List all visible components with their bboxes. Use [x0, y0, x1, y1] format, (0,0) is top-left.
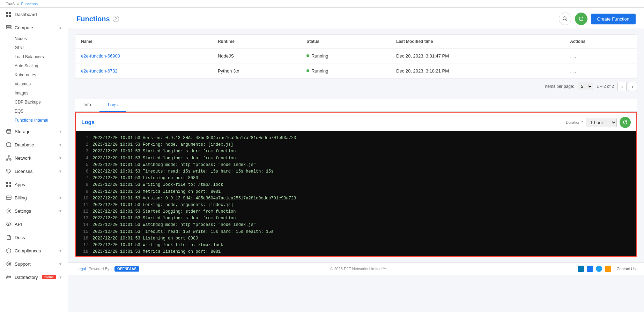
sidebar-item-settings[interactable]: Settings ▼ — [0, 204, 68, 218]
contact-link[interactable]: Contact Us — [617, 267, 636, 271]
log-line: 172023/12/20 10:01:53 Writing lock-file … — [80, 242, 632, 249]
sidebar-item-auto-scaling[interactable]: Auto Scaling — [0, 61, 68, 70]
cell-last-modified: Dec 20, 2023, 3:18:21 PM — [391, 63, 564, 78]
sidebar-item-billing[interactable]: Billing ▼ — [0, 191, 68, 204]
database-icon — [6, 142, 12, 148]
svg-point-13 — [8, 170, 8, 171]
chevron-down-icon-datafactory: ▼ — [59, 275, 62, 279]
create-function-button[interactable]: Create Function — [591, 14, 636, 24]
sidebar-item-api[interactable]: API — [0, 218, 68, 231]
logs-title: Logs — [81, 119, 95, 125]
sidebar-item-load-balancers[interactable]: Load Balancers — [0, 52, 68, 61]
sidebar-item-volumes[interactable]: Volumes — [0, 79, 68, 89]
sidebar-item-docs[interactable]: Docs — [0, 231, 68, 244]
legal-link[interactable]: Legal — [76, 267, 86, 271]
log-line-number: 3 — [80, 148, 88, 155]
sidebar-item-eqs[interactable]: EQS — [0, 107, 68, 116]
breadcrumb-current[interactable]: Functions — [21, 2, 38, 6]
help-icon[interactable]: ? — [113, 16, 119, 22]
log-line-number: 14 — [80, 222, 88, 228]
function-name-link[interactable]: e2e-function-6732 — [81, 68, 118, 74]
search-button[interactable] — [559, 13, 571, 25]
sidebar-item-compliances[interactable]: Compliances ▼ — [0, 244, 68, 257]
log-line-number: 8 — [80, 182, 88, 188]
footer-social-icons — [578, 266, 611, 272]
log-line-number: 16 — [80, 235, 88, 242]
sidebar-item-cdp-backups[interactable]: CDP Backups — [0, 98, 68, 107]
sidebar-item-kubernetes[interactable]: Kubernetes — [0, 70, 68, 79]
sidebar-item-dashboard[interactable]: Dashboard — [0, 8, 68, 21]
log-line-text: 2023/12/20 10:01:53 Listening on port 80… — [92, 235, 198, 242]
logs-section: Logs Duration * 1 hour3 hours6 hours12 h… — [75, 112, 637, 257]
sidebar-item-licenses[interactable]: Licenses ▼ — [0, 165, 68, 178]
storage-icon — [6, 128, 12, 135]
gear-icon — [6, 208, 12, 214]
svg-rect-18 — [6, 196, 11, 199]
log-line: 92023/12/20 10:01:53 Metrics listening o… — [80, 189, 632, 195]
sidebar-label-datafactory: Datafactory — [15, 275, 38, 280]
functions-badge: Internal — [34, 118, 48, 123]
rss-icon[interactable] — [605, 266, 611, 272]
svg-point-24 — [8, 263, 10, 265]
svg-rect-1 — [9, 12, 11, 14]
breadcrumb-parent: FaaS — [6, 2, 15, 6]
tab-info[interactable]: Info — [75, 99, 99, 112]
sidebar-item-storage[interactable]: Storage ▼ — [0, 125, 68, 138]
pagination-buttons: ‹ › — [617, 82, 637, 91]
refresh-button[interactable] — [575, 13, 587, 25]
log-line: 152023/12/20 10:01:53 Timeouts: read: 15… — [80, 229, 632, 235]
log-line-text: 2023/12/20 10:01:53 Started logging: std… — [92, 155, 238, 162]
sidebar-item-functions[interactable]: Functions Internal — [0, 116, 68, 125]
table-row: e2e-function-66900 NodeJS Running Dec 20… — [75, 48, 637, 63]
log-line: 132023/12/20 10:01:53 Started logging: s… — [80, 215, 632, 222]
sidebar-item-images[interactable]: Images — [0, 89, 68, 98]
tab-logs[interactable]: Logs — [99, 99, 126, 112]
sidebar-label-network: Network — [15, 155, 56, 161]
svg-point-9 — [7, 143, 11, 144]
items-per-page-select[interactable]: 5102550 — [578, 83, 593, 90]
sidebar-label-compute: Compute — [15, 25, 56, 30]
sidebar-item-apps[interactable]: Apps — [0, 178, 68, 191]
log-line-number: 10 — [80, 195, 88, 202]
sidebar-label-support: Support — [15, 261, 56, 267]
sidebar-item-gpu[interactable]: GPU — [0, 43, 68, 52]
col-last-modified: Last Modified time — [391, 35, 564, 48]
duration-select[interactable]: 1 hour3 hours6 hours12 hours24 hours — [586, 118, 617, 127]
shield-icon — [6, 248, 12, 254]
facebook-icon[interactable] — [587, 266, 593, 272]
footer-copyright: © 2023 E2E Networks Limited ™ — [330, 267, 386, 271]
cell-runtime: NodeJS — [212, 48, 301, 63]
sidebar-label-storage: Storage — [15, 129, 56, 134]
sidebar-item-database[interactable]: Database ▼ — [0, 138, 68, 151]
network-icon — [6, 155, 12, 161]
logs-refresh-button[interactable] — [620, 117, 631, 128]
sidebar-item-nodes[interactable]: Nodes — [0, 34, 68, 43]
linkedin-icon[interactable] — [578, 266, 584, 272]
sidebar-item-datafactory[interactable]: Datafactory Internal ▼ — [0, 271, 68, 284]
sidebar-item-support[interactable]: Support ▼ — [0, 257, 68, 271]
chevron-down-icon-compliances: ▼ — [59, 249, 62, 253]
log-line-number: 17 — [80, 242, 88, 249]
sidebar-item-network[interactable]: Network ▼ — [0, 151, 68, 165]
log-line-number: 1 — [80, 135, 88, 142]
functions-table-container: Name Runtime Status Last Modified time A… — [75, 35, 637, 78]
next-page-button[interactable]: › — [628, 82, 637, 91]
cell-actions: ... — [564, 63, 637, 78]
log-line-text: 2023/12/20 10:01:53 Watchdog mode: http … — [92, 222, 256, 228]
sidebar-label-api: API — [15, 222, 62, 227]
prev-page-button[interactable]: ‹ — [617, 82, 627, 91]
doc-icon — [6, 234, 12, 241]
log-line-text: node18 listening on port: 3000 — [92, 255, 168, 256]
actions-menu-button[interactable]: ... — [570, 68, 577, 74]
twitter-icon[interactable] — [596, 266, 602, 272]
actions-menu-button[interactable]: ... — [570, 53, 577, 59]
function-name-link[interactable]: e2e-function-66900 — [81, 53, 120, 59]
log-line: 182023/12/20 10:01:53 Metrics listening … — [80, 249, 632, 255]
svg-rect-2 — [6, 15, 8, 17]
log-line-number: 6 — [80, 168, 88, 175]
server-icon — [6, 24, 12, 31]
svg-point-7 — [10, 28, 11, 29]
log-line-number: 7 — [80, 175, 88, 182]
sidebar-item-compute[interactable]: Compute ▲ — [0, 21, 68, 34]
log-line-text: 2023/12/20 10:01:53 Metrics listening on… — [92, 249, 221, 255]
